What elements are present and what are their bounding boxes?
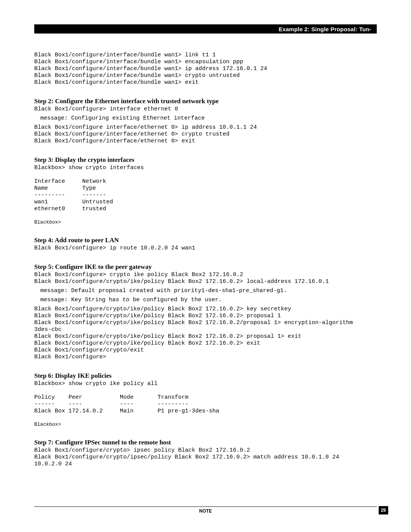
- step2-cli-a: Black Box1/configure> interface ethernet…: [34, 106, 377, 113]
- step6-cli: Blackbox> show crypto ike policy all Pol…: [34, 380, 377, 415]
- step5-message-2: message: Key String has to be configured…: [40, 297, 377, 304]
- step2-cli-b: Black Box1/configure interface/ethernet …: [34, 124, 377, 145]
- footer-rule: [34, 506, 377, 507]
- footer-note: NOTE: [199, 508, 212, 514]
- step5-cli-b: Black Box1/configure/crypto/ike/policy B…: [34, 306, 377, 361]
- step4-heading: Step 4: Add route to peer LAN: [34, 236, 377, 244]
- header-bar: Example 2: Single Proposal: Tun-: [34, 24, 377, 34]
- step2-heading: Step 2: Configure the Ethernet interface…: [34, 97, 377, 105]
- step5-message-1: message: Default proposal created with p…: [40, 288, 377, 294]
- step6-heading: Step 6: Display IKE policies: [34, 372, 377, 380]
- step3-cli: Blackbox> show crypto interfaces Interfa…: [34, 165, 377, 212]
- step3-heading: Step 3: Display the crypto interfaces: [34, 156, 377, 164]
- step6-prompt: Blackbox>: [34, 422, 377, 427]
- step5-heading: Step 5: Configure IKE to the peer gatewa…: [34, 263, 377, 271]
- step5-cli-a: Black Box1/configure> crypto ike policy …: [34, 272, 377, 285]
- step3-prompt: Blackbox>: [34, 219, 377, 225]
- page-number: 29: [379, 506, 388, 514]
- page-container: Example 2: Single Proposal: Tun- Black B…: [0, 0, 411, 498]
- step4-cli: Black Box1/configure> ip route 10.0.2.0 …: [34, 245, 377, 252]
- step2-message: message: Configuring existing Ethernet i…: [40, 115, 377, 122]
- intro-cli: Black Box1/configure/interface/bundle wa…: [34, 52, 377, 86]
- step7-cli: Black Box1/configure/crypto> ipsec polic…: [34, 447, 377, 468]
- header-title: Example 2: Single Proposal: Tun-: [279, 26, 371, 32]
- step7-heading: Step 7: Configure IPSec tunnel to the re…: [34, 439, 377, 446]
- page-footer: NOTE 29: [34, 506, 377, 514]
